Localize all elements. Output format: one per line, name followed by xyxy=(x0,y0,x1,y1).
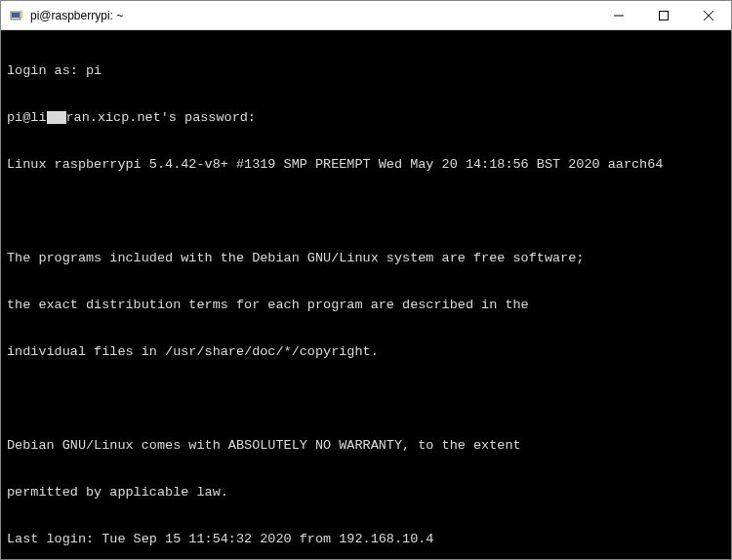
terminal-area[interactable]: login as: pi pi@liran.xicp.net's passwor… xyxy=(1,30,731,559)
titlebar[interactable]: pi@raspberrypi: ~ xyxy=(1,1,731,30)
redacted-block xyxy=(47,111,66,124)
terminal-line: login as: pi xyxy=(7,63,725,79)
terminal-line: Debian GNU/Linux comes with ABSOLUTELY N… xyxy=(7,438,725,454)
close-button[interactable] xyxy=(686,1,731,29)
putty-icon xyxy=(9,8,24,23)
putty-window: pi@raspberrypi: ~ login as: pi pi@liran.… xyxy=(0,0,732,560)
maximize-button[interactable] xyxy=(641,1,686,29)
terminal-line: Last login: Tue Sep 15 11:54:32 2020 fro… xyxy=(7,532,725,547)
terminal-line: permitted by applicable law. xyxy=(7,485,725,500)
terminal-line: the exact distribution terms for each pr… xyxy=(7,298,725,313)
host-text-post: ran.xicp.net's password: xyxy=(66,110,256,125)
terminal-line xyxy=(7,204,725,220)
minimize-button[interactable] xyxy=(596,1,641,29)
host-text-pre: pi@li xyxy=(7,110,47,125)
terminal-line: Linux raspberrypi 5.4.42-v8+ #1319 SMP P… xyxy=(7,157,725,173)
svg-rect-2 xyxy=(20,14,22,18)
terminal-line: individual files in /usr/share/doc/*/cop… xyxy=(7,344,725,360)
window-title: pi@raspberrypi: ~ xyxy=(30,9,596,22)
terminal-line: pi@liran.xicp.net's password: xyxy=(7,110,725,126)
svg-rect-5 xyxy=(660,11,669,20)
terminal-line xyxy=(7,391,725,407)
window-controls xyxy=(596,1,731,29)
terminal-line: The programs included with the Debian GN… xyxy=(7,251,725,266)
svg-rect-1 xyxy=(12,13,20,18)
